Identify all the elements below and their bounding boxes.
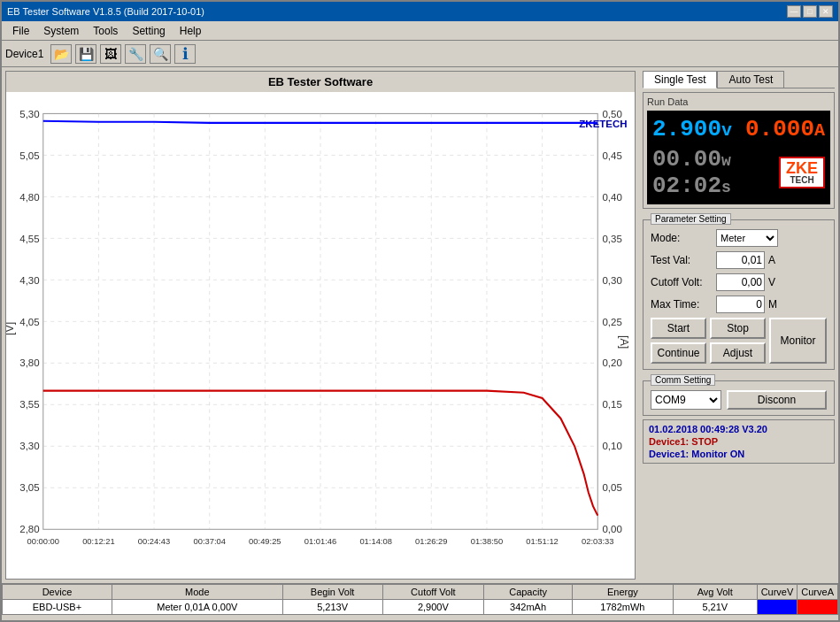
time-display: 02:02s [652, 173, 731, 199]
svg-text:01:51:12: 01:51:12 [526, 536, 559, 546]
table-header-row: Device Mode Begin Volt Cutoff Volt Capac… [3, 585, 838, 600]
max-time-label: Max Time: [651, 298, 713, 311]
svg-text:00:12:21: 00:12:21 [82, 536, 115, 546]
svg-text:0,35: 0,35 [602, 234, 621, 244]
save-icon[interactable]: 💾 [75, 44, 96, 64]
svg-text:0,25: 0,25 [602, 317, 621, 327]
svg-text:4,80: 4,80 [19, 192, 39, 203]
svg-text:[A]: [A] [618, 335, 630, 349]
cell-capacity: 342mAh [484, 600, 573, 615]
image-icon[interactable]: 🖼 [100, 44, 121, 64]
continue-button[interactable]: Continue [651, 342, 706, 364]
current-display: 0.000A [745, 116, 825, 142]
mode-row: Mode: Meter CC CP [651, 229, 827, 247]
cell-device: EBD-USB+ [3, 600, 112, 615]
cutoff-volt-label: Cutoff Volt: [651, 276, 713, 288]
adjust-button[interactable]: Adjust [710, 342, 766, 364]
port-select[interactable]: COM9 COM1 COM2 [651, 390, 721, 410]
menu-bar: File System Tools Setting Help [2, 21, 838, 41]
cutoff-volt-input[interactable] [716, 273, 765, 291]
mode-label: Mode: [651, 232, 713, 244]
cutoff-volt-row: Cutoff Volt: V [651, 273, 827, 291]
stop-button[interactable]: Stop [710, 318, 766, 339]
minimize-button[interactable]: — [787, 5, 801, 18]
mode-select[interactable]: Meter CC CP [716, 229, 778, 247]
col-curve-v: CurveV [757, 585, 798, 600]
device-label: Device1 [5, 48, 43, 60]
svg-text:00:00:00: 00:00:00 [27, 536, 60, 546]
svg-text:[V]: [V] [6, 322, 16, 335]
main-content: EB Tester Software [2, 67, 838, 583]
chart-title: EB Tester Software [6, 72, 635, 92]
svg-text:4,30: 4,30 [19, 275, 39, 286]
window-title: EB Tester Software V1.8.5 (Build 2017-10… [7, 6, 204, 17]
run-data-label: Run Data [647, 96, 830, 107]
svg-text:2,80: 2,80 [19, 524, 39, 534]
voltage-display: 2.900v [652, 116, 732, 142]
svg-text:0,45: 0,45 [602, 150, 621, 161]
status-line1: 01.02.2018 00:49:28 V3.20 [649, 424, 828, 434]
status-line3: Device1: Monitor ON [649, 449, 828, 459]
svg-text:0,05: 0,05 [602, 482, 621, 493]
status-line2: Device1: STOP [649, 436, 828, 447]
comm-row: COM9 COM1 COM2 Disconn [651, 390, 827, 410]
svg-text:0,50: 0,50 [602, 109, 621, 119]
cell-curve-v [757, 600, 798, 615]
svg-text:0,15: 0,15 [602, 399, 621, 410]
svg-text:ZKETECH: ZKETECH [579, 119, 627, 129]
svg-text:00:37:04: 00:37:04 [193, 536, 226, 546]
bottom-bar: Device Mode Begin Volt Cutoff Volt Capac… [2, 583, 838, 620]
svg-text:0,00: 0,00 [602, 524, 621, 534]
disconnect-button[interactable]: Disconn [727, 390, 827, 410]
svg-text:02:03:33: 02:03:33 [582, 536, 614, 546]
menu-file[interactable]: File [5, 23, 36, 39]
zke-logo: ZKE TECH [779, 157, 825, 188]
main-window: EB Tester Software V1.8.5 (Build 2017-10… [0, 0, 840, 622]
zoom-icon[interactable]: 🔍 [150, 44, 171, 64]
menu-system[interactable]: System [36, 23, 86, 39]
data-table: Device Mode Begin Volt Cutoff Volt Capac… [2, 584, 838, 615]
col-capacity: Capacity [484, 585, 573, 600]
tab-single-test[interactable]: Single Test [643, 71, 717, 88]
cell-avg-volt: 5,21V [673, 600, 757, 615]
param-title: Parameter Setting [651, 213, 731, 225]
svg-text:0,40: 0,40 [602, 192, 621, 203]
menu-tools[interactable]: Tools [86, 23, 125, 39]
menu-help[interactable]: Help [173, 23, 209, 39]
comm-setting-box: Comm Setting COM9 COM1 COM2 Disconn [643, 380, 835, 416]
chart-container: 5,30 5,05 4,80 4,55 4,30 4,05 3,80 3,55 … [6, 92, 635, 579]
menu-setting[interactable]: Setting [125, 23, 172, 39]
test-val-row: Test Val: A [651, 251, 827, 269]
maximize-button[interactable]: □ [803, 5, 817, 18]
col-device: Device [3, 585, 112, 600]
title-bar: EB Tester Software V1.8.5 (Build 2017-10… [2, 2, 838, 21]
svg-text:0,20: 0,20 [602, 358, 621, 369]
power-logo-row: 00.00w 02:02s ZKE TECH [652, 146, 825, 199]
cell-cutoff-volt: 2,900V [382, 600, 484, 615]
chart-area: EB Tester Software [5, 71, 636, 580]
settings-icon[interactable]: 🔧 [125, 44, 146, 64]
col-curve-a: CurveA [798, 585, 838, 600]
svg-text:0,30: 0,30 [602, 275, 621, 286]
svg-text:00:24:43: 00:24:43 [138, 536, 171, 546]
max-time-input[interactable] [716, 296, 765, 313]
param-setting-box: Parameter Setting Mode: Meter CC CP Test… [643, 219, 835, 370]
svg-text:01:01:46: 01:01:46 [304, 536, 336, 546]
title-bar-buttons: — □ ✕ [787, 5, 833, 18]
table-area: Device Mode Begin Volt Cutoff Volt Capac… [2, 584, 838, 620]
svg-text:0,10: 0,10 [602, 441, 621, 451]
info-icon[interactable]: ℹ [174, 44, 196, 64]
col-begin-volt: Begin Volt [282, 585, 382, 600]
open-icon[interactable]: 📂 [50, 44, 72, 64]
svg-text:3,55: 3,55 [19, 399, 39, 410]
start-button[interactable]: Start [651, 318, 706, 339]
tab-auto-test[interactable]: Auto Test [717, 71, 784, 88]
svg-text:3,80: 3,80 [19, 358, 39, 369]
close-button[interactable]: ✕ [819, 5, 833, 18]
monitor-button[interactable]: Monitor [769, 318, 827, 364]
comm-title: Comm Setting [651, 374, 715, 386]
voltage-current-row: 2.900v 0.000A [652, 116, 825, 142]
max-time-row: Max Time: M [651, 296, 827, 313]
test-val-input[interactable] [716, 251, 765, 269]
tab-bar: Single Test Auto Test [643, 71, 835, 88]
